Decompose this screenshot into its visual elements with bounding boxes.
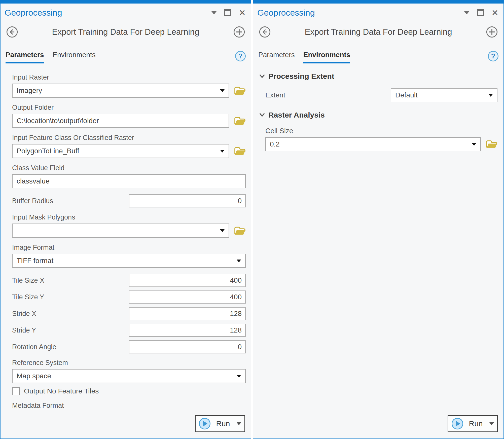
extent-value: Default — [395, 91, 418, 99]
run-button[interactable]: Run — [195, 415, 245, 432]
dropdown-arrow-icon[interactable] — [472, 143, 476, 146]
tab-parameters[interactable]: Parameters — [6, 51, 44, 63]
rotation-angle-input[interactable]: 0 — [129, 340, 246, 353]
back-button[interactable] — [259, 26, 271, 38]
open-new-tool-button[interactable] — [233, 26, 245, 38]
run-play-icon — [199, 418, 210, 429]
field-buffer-radius: Buffer Radius 0 — [12, 194, 246, 207]
tile-size-y-label: Tile Size Y — [12, 293, 44, 301]
field-metadata-format: Metadata Format Classified Tiles — [12, 402, 246, 412]
field-stride-y: Stride Y 128 — [12, 324, 246, 337]
class-value-field-value: classvalue — [17, 177, 50, 185]
image-format-combobox[interactable]: TIFF format — [12, 254, 246, 268]
input-raster-label: Input Raster — [12, 74, 246, 81]
tab-bar: Parameters Environments ? — [253, 42, 503, 63]
browse-folder-icon[interactable] — [485, 139, 497, 150]
browse-folder-icon[interactable] — [234, 225, 246, 236]
help-icon[interactable]: ? — [488, 51, 498, 61]
reference-system-combobox[interactable]: Map space — [12, 369, 246, 383]
dropdown-arrow-icon[interactable] — [237, 375, 241, 378]
tile-size-x-value: 400 — [230, 276, 242, 284]
stride-y-label: Stride Y — [12, 326, 36, 334]
tab-bar: Parameters Environments ? — [1, 42, 251, 63]
tab-environments[interactable]: Environments — [53, 51, 96, 63]
undock-window-icon[interactable] — [224, 9, 231, 16]
stride-y-input[interactable]: 128 — [129, 324, 246, 337]
dropdown-arrow-icon[interactable] — [220, 229, 225, 232]
metadata-format-label: Metadata Format — [12, 402, 246, 410]
back-button[interactable] — [6, 26, 18, 38]
section-raster-analysis[interactable]: Raster Analysis — [259, 111, 497, 119]
run-button[interactable]: Run — [448, 415, 498, 432]
input-raster-value: Imagery — [17, 87, 42, 95]
tab-parameters[interactable]: Parameters — [258, 51, 295, 63]
dropdown-arrow-icon[interactable] — [220, 89, 225, 92]
pane-accent-strip — [253, 1, 503, 4]
class-value-field-input[interactable]: classvalue — [12, 174, 246, 188]
cell-size-combobox[interactable]: 0.2 — [265, 137, 481, 151]
output-no-feature-tiles-label: Output No Feature Tiles — [24, 387, 99, 395]
stride-x-value: 128 — [230, 310, 242, 318]
help-icon[interactable]: ? — [235, 51, 246, 61]
buffer-radius-value: 0 — [238, 197, 242, 205]
section-processing-extent[interactable]: Processing Extent — [259, 72, 497, 81]
tool-header: Export Training Data For Deep Learning — [253, 22, 503, 42]
parameters-form: Input Raster Imagery Output Folder C:\lo… — [1, 63, 251, 412]
chevron-down-icon — [259, 74, 265, 78]
stride-x-label: Stride X — [12, 310, 36, 318]
input-raster-combobox[interactable]: Imagery — [12, 84, 229, 98]
stride-x-input[interactable]: 128 — [129, 307, 246, 320]
extent-combobox[interactable]: Default — [391, 88, 497, 102]
tab-environments[interactable]: Environments — [303, 51, 350, 63]
pane-title: Geoprocessing — [5, 8, 62, 18]
pane-menu-caret-icon[interactable] — [464, 11, 470, 14]
pane-footer: Run — [1, 412, 251, 438]
field-cell-size: Cell Size 0.2 — [265, 127, 497, 151]
field-tile-size-y: Tile Size Y 400 — [12, 290, 246, 304]
input-feature-class-label: Input Feature Class Or Classified Raster — [12, 134, 246, 142]
tool-header: Export Training Data For Deep Learning — [1, 22, 251, 42]
class-value-field-label: Class Value Field — [12, 164, 246, 172]
field-reference-system: Reference System Map space — [12, 359, 246, 383]
dropdown-arrow-icon[interactable] — [220, 150, 225, 153]
section-title: Raster Analysis — [268, 111, 325, 119]
window-controls: ✕ — [464, 9, 498, 17]
browse-folder-icon[interactable] — [234, 85, 246, 96]
field-input-mask-polygons: Input Mask Polygons — [12, 213, 246, 238]
input-feature-class-combobox[interactable]: PolygonToLine_Buff — [12, 144, 229, 158]
output-folder-input[interactable]: C:\location\to\output\folder — [12, 114, 229, 128]
tool-title: Export Training Data For Deep Learning — [18, 27, 233, 37]
browse-folder-icon[interactable] — [234, 146, 246, 156]
reference-system-label: Reference System — [12, 359, 246, 367]
undock-window-icon[interactable] — [477, 9, 484, 16]
input-feature-class-value: PolygonToLine_Buff — [17, 147, 79, 155]
rotation-angle-value: 0 — [238, 343, 242, 351]
run-options-caret-icon[interactable] — [489, 422, 494, 425]
dropdown-arrow-icon[interactable] — [488, 94, 493, 97]
buffer-radius-label: Buffer Radius — [12, 197, 53, 205]
pane-titlebar: Geoprocessing ✕ — [253, 4, 503, 22]
run-play-icon — [452, 418, 463, 429]
pane-footer: Run — [253, 412, 503, 438]
pane-menu-caret-icon[interactable] — [211, 11, 217, 14]
open-new-tool-button[interactable] — [486, 26, 498, 38]
run-options-caret-icon[interactable] — [237, 422, 241, 425]
tile-size-x-label: Tile Size X — [12, 277, 44, 284]
pane-titlebar: Geoprocessing ✕ — [1, 4, 251, 22]
tile-size-y-input[interactable]: 400 — [129, 290, 246, 304]
browse-folder-icon[interactable] — [234, 116, 246, 126]
buffer-radius-input[interactable]: 0 — [129, 194, 246, 207]
field-class-value-field: Class Value Field classvalue — [12, 164, 246, 188]
output-no-feature-tiles-checkbox[interactable] — [12, 387, 20, 395]
field-output-folder: Output Folder C:\location\to\output\fold… — [12, 104, 246, 128]
field-tile-size-x: Tile Size X 400 — [12, 274, 246, 287]
field-extent: Extent Default — [265, 88, 497, 102]
stride-y-value: 128 — [230, 326, 242, 334]
close-icon[interactable]: ✕ — [491, 9, 498, 17]
dropdown-arrow-icon[interactable] — [237, 260, 241, 262]
field-stride-x: Stride X 128 — [12, 307, 246, 320]
field-input-raster: Input Raster Imagery — [12, 74, 246, 98]
input-mask-polygons-combobox[interactable] — [12, 224, 229, 238]
tile-size-x-input[interactable]: 400 — [129, 274, 246, 287]
close-icon[interactable]: ✕ — [239, 9, 246, 17]
